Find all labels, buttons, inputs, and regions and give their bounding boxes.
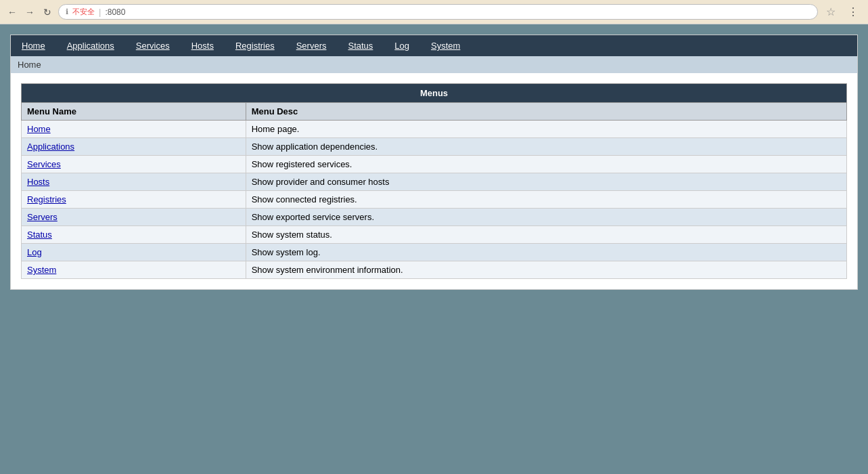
back-button[interactable]: ← (5, 5, 19, 19)
main-container: HomeApplicationsServicesHostsRegistriesS… (10, 35, 858, 290)
menu-link-applications[interactable]: Applications (27, 142, 74, 152)
browser-chrome: ← → ↻ ℹ 不安全 | :8080 ☆ ⋮ (0, 0, 868, 24)
nav-item-home[interactable]: Home (11, 35, 56, 56)
menu-desc: Show system environment information. (246, 261, 846, 279)
bookmark-button[interactable]: ☆ (822, 4, 840, 20)
nav-item-services[interactable]: Services (125, 35, 181, 56)
menu-desc: Show system log. (246, 244, 846, 261)
forward-button[interactable]: → (23, 5, 37, 19)
col2-header: Menu Desc (246, 103, 846, 121)
nav-item-system[interactable]: System (420, 35, 471, 56)
nav-item-status[interactable]: Status (337, 35, 384, 56)
nav-item-log[interactable]: Log (384, 35, 420, 56)
menu-link-status[interactable]: Status (27, 230, 52, 240)
content-area: Menus Menu Name Menu Desc HomeHome page.… (11, 73, 857, 289)
menu-link-hosts[interactable]: Hosts (27, 177, 49, 187)
table-row: HomeHome page. (22, 121, 847, 138)
menu-link-log[interactable]: Log (27, 247, 42, 257)
menu-desc: Show system status. (246, 226, 846, 244)
reload-button[interactable]: ↻ (41, 5, 54, 19)
nav-item-applications[interactable]: Applications (56, 35, 125, 56)
menu-link-services[interactable]: Services (27, 159, 61, 169)
menu-link-home[interactable]: Home (27, 124, 51, 134)
table-row: LogShow system log. (22, 244, 847, 261)
url-text: :8080 (105, 7, 125, 17)
menu-desc: Show application dependencies. (246, 138, 846, 156)
table-row: ApplicationsShow application dependencie… (22, 138, 847, 156)
security-label: 不安全 (72, 7, 95, 17)
table-row: SystemShow system environment informatio… (22, 261, 847, 279)
nav-item-hosts[interactable]: Hosts (181, 35, 225, 56)
table-row: RegistriesShow connected registries. (22, 191, 847, 209)
security-icon: ℹ (66, 7, 68, 16)
breadcrumb: Home (11, 56, 857, 73)
menu-link-registries[interactable]: Registries (27, 194, 66, 204)
table-row: HostsShow provider and consumer hosts (22, 173, 847, 191)
col1-header: Menu Name (22, 103, 246, 121)
table-row: ServersShow exported service servers. (22, 209, 847, 226)
table-row: StatusShow system status. (22, 226, 847, 244)
nav-item-servers[interactable]: Servers (285, 35, 338, 56)
menu-desc: Show connected registries. (246, 191, 846, 209)
more-menu-button[interactable]: ⋮ (844, 4, 863, 20)
menu-link-system[interactable]: System (27, 265, 56, 275)
nav-item-registries[interactable]: Registries (225, 35, 285, 56)
address-bar[interactable]: ℹ 不安全 | :8080 (58, 4, 818, 20)
menu-desc: Show exported service servers. (246, 209, 846, 226)
table-title: Menus (22, 84, 847, 103)
table-row: ServicesShow registered services. (22, 156, 847, 173)
nav-bar: HomeApplicationsServicesHostsRegistriesS… (11, 35, 857, 56)
menu-desc: Show provider and consumer hosts (246, 173, 846, 191)
menu-desc: Show registered services. (246, 156, 846, 173)
menus-table: Menus Menu Name Menu Desc HomeHome page.… (21, 83, 847, 279)
separator: | (99, 7, 101, 17)
menu-link-servers[interactable]: Servers (27, 212, 58, 222)
page-wrapper: HomeApplicationsServicesHostsRegistriesS… (0, 24, 868, 300)
menu-desc: Home page. (246, 121, 846, 138)
